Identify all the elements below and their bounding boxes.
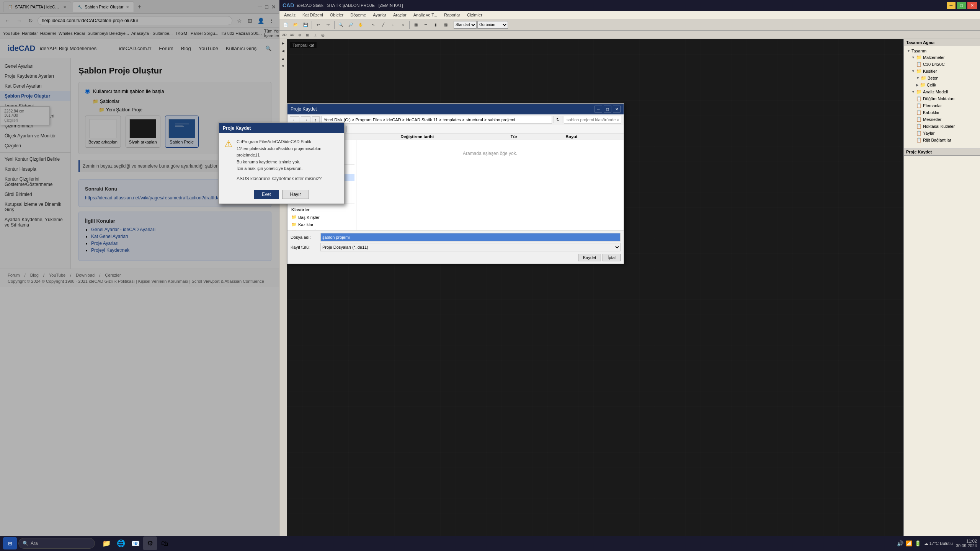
expand-icon: ▼ [907,49,910,53]
fm-cancel-btn[interactable]: İptal [603,254,621,261]
expand-icon-3: ▼ [911,69,915,73]
cad-close[interactable]: ✕ [967,2,977,9]
tree-beton-label: Beton [928,76,939,80]
fm-tree-bas-kirisler[interactable]: 📁 Baş Kirişler [289,214,354,221]
tool-redo[interactable]: ↪ [323,20,333,29]
taskbar: ⊞ 🔍 Ara 📁 🌐 📧 ⚙ 🛍 🔊 📶 🔋 ☁ 17°C Bulutlu 1… [0,536,980,551]
tree-yay-label: Yaylar [923,131,934,135]
tool-save[interactable]: 💾 [301,20,310,29]
left-tool-2[interactable]: ◀ [280,47,287,54]
tool-zoom-out[interactable]: 🔎 [346,20,355,29]
cad-toolbar-1: 📄 📂 💾 ↩ ↪ 🔍 🔎 ✋ ↖ ╱ □ ○ ▦ ━ ▮ ▩ Standart… [279,19,980,31]
cad-maximize[interactable]: □ [957,2,966,9]
cad-menu-analiz2[interactable]: Analiz ve T... [410,12,440,18]
taskbar-app-mail[interactable]: 📧 [129,536,142,550]
tool-select[interactable]: ↖ [369,20,378,29]
tool-grid[interactable]: ⊞ [304,31,311,38]
fm-filetype-select[interactable]: Proje Dosyaları (*.ide11) [320,243,621,251]
tool-open[interactable]: 📂 [291,20,300,29]
cad-logo: CAD [283,2,294,8]
fm-minimize[interactable]: ─ [595,106,602,112]
tree-malzemeler[interactable]: ▼ 📁 Malzemeler [905,54,978,61]
col-date: Değiştirme tarihi [400,134,510,139]
fm-back[interactable]: ← [290,116,299,123]
cad-menu-doseme[interactable]: Döşeme [347,12,369,18]
tool-zoom-in[interactable]: 🔍 [336,20,345,29]
tree-rijit-label: Rijit Bağlantılar [923,138,951,142]
folder-icon-kazik: 📁 [291,222,297,227]
tree-rijit[interactable]: 📋 Rijit Bağlantılar [905,137,978,143]
fm-address-bar[interactable] [321,116,552,124]
dialog-buttons: Evet Hayır [219,187,344,204]
fm-refresh[interactable]: ↻ [554,116,562,123]
folder-icon-mesnet: 📋 [916,117,922,122]
cad-left-panel: ▶ ◀ ▲ ▼ [279,39,287,543]
cad-toolbar-2: 2D 3D ⊕ ⊞ ⊥ ◎ [279,31,980,39]
cad-menu-analiz[interactable]: Analiz [281,12,299,18]
fm-forward[interactable]: → [301,116,310,123]
tree-kabuklar[interactable]: 📋 Kabuklar [905,109,978,116]
tree-beton[interactable]: ▼ 📁 Beton [905,75,978,82]
view-select[interactable]: Görünüm [477,21,508,29]
tool-line[interactable]: ╱ [379,20,388,29]
tree-dugum[interactable]: 📋 Düğüm Noktaları [905,95,978,102]
tree-mesnetler[interactable]: 📋 Mesnetler [905,116,978,123]
tree-c30b420c[interactable]: 📋 C30 B420C [905,61,978,68]
tool-new[interactable]: 📄 [281,20,290,29]
tool-snap[interactable]: ⊕ [296,31,303,38]
tree-noktasal[interactable]: 📋 Noktasal Kütleler [905,123,978,130]
tree-tasarim[interactable]: ▼ Tasarım [905,48,978,54]
cad-menu-araclar[interactable]: Araçlar [390,12,410,18]
cad-menu-raporlar[interactable]: Raporlar [441,12,463,18]
tree-analiz[interactable]: ▼ 📁 Analiz Modeli [905,88,978,95]
left-tool-4[interactable]: ▼ [280,63,287,70]
dialog-no-button[interactable]: Hayır [282,190,309,199]
fm-search-input[interactable] [564,116,621,124]
tool-pan[interactable]: ✋ [356,20,365,29]
tree-kesitler[interactable]: ▼ 📁 Kesitler [905,68,978,75]
tool-rect[interactable]: □ [389,20,398,29]
fm-filename-label: Dosya adı: [291,235,317,240]
taskbar-app-store[interactable]: 🛍 [158,536,172,550]
fm-up[interactable]: ↑ [312,116,320,123]
tree-elemanlar[interactable]: 📋 Elemanlar [905,102,978,109]
taskbar-app-explorer[interactable]: 📁 [100,536,113,550]
tool-slab[interactable]: ▩ [441,20,450,29]
tree-celik[interactable]: ▶ 📁 Çelik [905,82,978,88]
cad-menu-kat[interactable]: Kat Düzeni [299,12,326,18]
fm-close[interactable]: ✕ [613,106,621,112]
fm-save-btn[interactable]: Kaydet [578,254,601,261]
fm-filename-input[interactable] [320,233,621,241]
tool-wall[interactable]: ▦ [411,20,420,29]
folder-icon-kabuk: 📋 [916,110,922,115]
fm-controls: ─ □ ✕ [595,106,621,112]
cad-menu-cizimler[interactable]: Çizimler [464,12,485,18]
cad-minimize[interactable]: ─ [947,2,956,9]
taskbar-search[interactable]: 🔍 Ara [18,538,95,549]
left-tool-1[interactable]: ▶ [280,40,287,47]
tool-circle[interactable]: ○ [399,20,408,29]
start-button[interactable]: ⊞ [3,537,17,549]
standard-select[interactable]: Standart [454,21,477,29]
tool-undo[interactable]: ↩ [314,20,323,29]
left-tool-3[interactable]: ▲ [280,55,287,62]
tool-polar[interactable]: ◎ [319,31,326,38]
fm-tree-kaziklar[interactable]: 📁 Kazıklar [289,221,354,228]
taskbar-app-chrome[interactable]: 🌐 [114,536,128,550]
cad-menu-objeler[interactable]: Objeler [327,12,346,18]
tool-2d[interactable]: 2D [281,31,288,38]
taskbar-app-cad[interactable]: ⚙ [143,536,157,550]
tool-column[interactable]: ▮ [431,20,440,29]
tool-3d[interactable]: 3D [289,31,296,38]
fm-save-footer: Dosya adı: Kayıt türü: Proje Dosyaları (… [287,230,624,264]
tree-eleman-label: Elemanlar [923,103,942,108]
fm-maximize[interactable]: □ [604,106,611,112]
cad-tree: ▼ Tasarım ▼ 📁 Malzemeler 📋 C30 B420C ▼ 📁… [904,46,980,145]
folder-icon-yay: 📋 [916,130,922,136]
tool-ortho[interactable]: ⊥ [312,31,318,38]
cad-menu-ayarlar[interactable]: Ayarlar [370,12,389,18]
dialog-box: Proje Kaydet ⚠ C:\Program Files\ideCAD\i… [218,122,345,204]
dialog-yes-button[interactable]: Evet [254,190,279,199]
tool-beam[interactable]: ━ [421,20,430,29]
tree-yaylar[interactable]: 📋 Yaylar [905,130,978,137]
